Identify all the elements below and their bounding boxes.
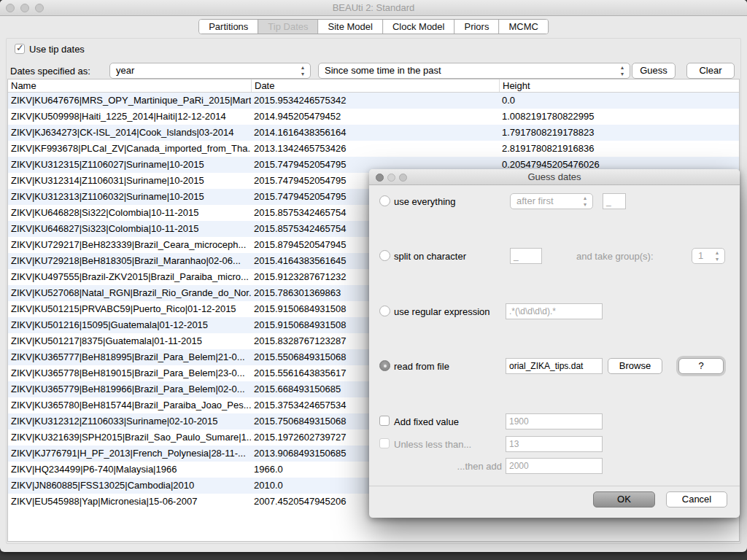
browse-button[interactable]: Browse	[608, 358, 662, 374]
table-row[interactable]: ZIKV|KF993678|PLCal_ZV|Canada_imported_f…	[8, 141, 739, 157]
add-fixed-value-checkbox[interactable]	[379, 416, 390, 426]
dates-specified-as-label: Dates specified as:	[10, 66, 90, 77]
stepper-icon: ▴▾	[713, 249, 721, 262]
tab-site-model[interactable]: Site Model	[318, 20, 382, 34]
name-cell: ZIKV|KU365779|BeH819966|Brazil_Para_Bele…	[8, 381, 251, 397]
height-cell: 2.8191780821916836	[499, 141, 739, 157]
then-add-field[interactable]: 2000	[506, 458, 603, 474]
tab-mcmc[interactable]: MCMC	[498, 20, 547, 34]
date-cell: 2013.1342465753426	[251, 141, 499, 157]
date-format-select[interactable]: year ▴▾	[109, 63, 311, 79]
name-cell: ZIKV|KU312313|Z1106032|Suriname|10-2015	[8, 189, 251, 205]
main-titlebar: BEAUti 2: Standard	[0, 0, 747, 16]
less-than-field[interactable]: 13	[506, 436, 603, 452]
use-tip-dates-checkbox[interactable]: ✓	[15, 44, 25, 54]
use-everything-label: use everything	[394, 196, 456, 207]
height-cell: 1.7917808219178823	[499, 125, 739, 141]
use-tip-dates-label: Use tip dates	[29, 44, 85, 55]
split-on-character-radio[interactable]	[379, 250, 390, 261]
unless-less-than-label: Unless less than...	[394, 439, 471, 450]
name-cell: ZIKV|KU646828|Si322|Colombia|10-11-2015	[8, 205, 251, 221]
column-header-name[interactable]: Name	[8, 79, 251, 92]
name-cell: ZIKV|EU545988|Yap|Micronesia|15-06-2007	[8, 494, 251, 510]
read-from-file-radio[interactable]	[379, 360, 390, 371]
ok-button[interactable]: OK	[593, 491, 655, 508]
name-cell: ZIKV|HQ234499|P6-740|Malaysia|1966	[8, 462, 251, 478]
then-add-label: ...then add	[394, 461, 502, 472]
use-regex-radio[interactable]	[379, 306, 390, 316]
tab-clock-model[interactable]: Clock Model	[382, 20, 454, 34]
table-row[interactable]: ZIKV|KU647676|MRS_OPY_Martinique_PaRi_20…	[8, 93, 739, 109]
unless-less-than-checkbox[interactable]	[379, 438, 390, 448]
dialog-separator	[369, 486, 740, 486]
name-cell: ZIKV|KU646827|Si323|Colombia|10-11-2015	[8, 221, 251, 237]
window-title: BEAUti 2: Standard	[0, 2, 747, 13]
date-direction-select[interactable]: Since some time in the past ▴▾	[318, 63, 630, 79]
clear-button[interactable]: Clear	[686, 63, 735, 79]
checkmark-icon: ✓	[16, 42, 24, 53]
name-cell: ZIKV|KJ776791|H_PF_2013|French_Polynesia…	[8, 446, 251, 462]
stepper-icon: ▴▾	[299, 64, 306, 77]
name-cell: ZIKV|KU729217|BeH823339|Brazil_Ceara_mic…	[8, 237, 251, 253]
dialog-title: Guess dates	[369, 171, 740, 182]
split-on-character-label: split on character	[394, 251, 466, 262]
date-cell: 2014.945205479452	[251, 109, 499, 125]
name-cell: ZIKV|KU312312|Z1106033|Suriname|02-10-20…	[8, 413, 251, 429]
table-header: Name Date Height	[8, 79, 739, 93]
name-cell: ZIKV|KU527068|Natal_RGN|Brazil_Rio_Grand…	[8, 285, 251, 301]
help-button[interactable]: ?	[678, 358, 724, 374]
name-cell: ZIKV|KU501215|PRVABC59|Puerto_Rico|01-12…	[8, 301, 251, 317]
tab-tip-dates[interactable]: Tip Dates	[258, 20, 317, 34]
dialog-titlebar: Guess dates	[369, 169, 740, 185]
guess-dates-dialog: Guess dates use everything after first ▴…	[369, 169, 740, 518]
take-groups-label: and take group(s):	[576, 251, 654, 262]
name-cell: ZIKV|KU729218|BeH818305|Brazil_Maranhao|…	[8, 253, 251, 269]
stepper-icon: ▴▾	[619, 64, 626, 77]
add-fixed-value-label: Add fixed value	[394, 416, 459, 427]
name-cell: ZIKV|KF993678|PLCal_ZV|Canada_imported_f…	[8, 141, 251, 157]
use-everything-char-field[interactable]: _	[603, 193, 626, 209]
height-cell: 0.0	[499, 93, 739, 109]
use-everything-radio[interactable]	[379, 195, 390, 206]
name-cell: ZIKV|KU365780|BeH815744|Brazil_Paraiba_J…	[8, 397, 251, 413]
name-cell: ZIKV|KU365778|BeH819015|Brazil_Para_Bele…	[8, 365, 251, 381]
take-groups-select[interactable]: 1 ▴▾	[692, 248, 725, 264]
cancel-button[interactable]: Cancel	[666, 491, 727, 508]
name-cell: ZIKV|KJ634273|CK-ISL_2014|Cook_Islands|0…	[8, 125, 251, 141]
name-cell: ZIKV|JN860885|FSS13025|Cambodia|2010	[8, 478, 251, 494]
date-format-value: year	[116, 65, 134, 76]
table-row[interactable]: ZIKV|KU509998|Haiti_1225_2014|Haiti|12-1…	[8, 109, 739, 125]
tab-partitions[interactable]: Partitions	[199, 20, 258, 34]
name-cell: ZIKV|KU501216|15095|Guatemala|01-12-2015	[8, 317, 251, 333]
regex-field[interactable]: .*(\d\d\d\d).*	[506, 303, 603, 319]
name-cell: ZIKV|KU312314|Z1106031|Suriname|10-2015	[8, 173, 251, 189]
fixed-value-field[interactable]: 1900	[506, 413, 603, 429]
name-cell: ZIKV|KU321639|SPH2015|Brazil_Sao_Paulo_S…	[8, 429, 251, 446]
read-from-file-label: read from file	[394, 361, 449, 372]
table-row[interactable]: ZIKV|KJ634273|CK-ISL_2014|Cook_Islands|0…	[8, 125, 739, 141]
main-tabbar: Partitions Tip Dates Site Model Clock Mo…	[198, 19, 549, 34]
name-cell: ZIKV|KU365777|BeH818995|Brazil_Para_Bele…	[8, 349, 251, 365]
date-cell: 2014.1616438356164	[251, 125, 499, 141]
name-cell: ZIKV|KU647676|MRS_OPY_Martinique_PaRi_20…	[8, 93, 251, 109]
column-header-date[interactable]: Date	[251, 79, 499, 92]
after-first-select[interactable]: after first ▴▾	[510, 193, 593, 209]
name-cell: ZIKV|KU312315|Z1106027|Suriname|10-2015	[8, 157, 251, 173]
column-header-height[interactable]: Height	[499, 79, 739, 92]
name-cell: ZIKV|KU497555|Brazil-ZKV2015|Brazil_Para…	[8, 269, 251, 285]
file-path-field[interactable]: orial_ZIKA_tips.dat	[506, 358, 603, 374]
height-cell: 1.0082191780822995	[499, 109, 739, 125]
guess-button[interactable]: Guess	[632, 63, 676, 79]
stepper-icon: ▴▾	[581, 195, 589, 208]
split-character-field[interactable]: _	[510, 248, 542, 264]
date-direction-value: Since some time in the past	[325, 65, 441, 76]
date-cell: 2015.9534246575342	[251, 93, 499, 109]
tab-priors[interactable]: Priors	[454, 20, 498, 34]
name-cell: ZIKV|KU509998|Haiti_1225_2014|Haiti|12-1…	[8, 109, 251, 125]
name-cell: ZIKV|KU501217|8375|Guatemala|01-11-2015	[8, 333, 251, 349]
use-regex-label: use regular expression	[394, 306, 490, 317]
